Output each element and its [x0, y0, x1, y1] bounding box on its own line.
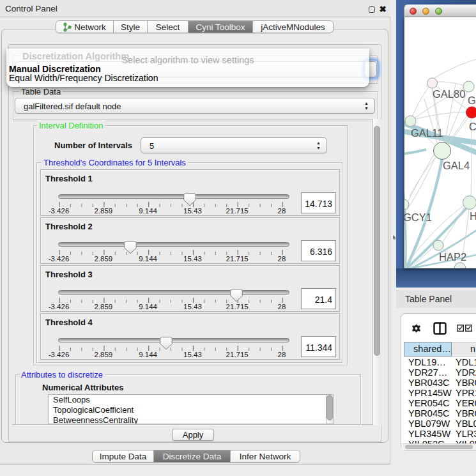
svg-text:GCY1: GCY1 [404, 211, 432, 223]
svg-text:GAL11: GAL11 [411, 127, 443, 139]
svg-text:C: C [469, 121, 476, 132]
svg-text:HI: HI [470, 210, 476, 222]
svg-text:GAL: GAL [468, 95, 476, 106]
svg-text:GAL4: GAL4 [443, 160, 470, 171]
svg-text:HAP2: HAP2 [439, 251, 466, 263]
svg-text:GAL80: GAL80 [433, 88, 465, 100]
